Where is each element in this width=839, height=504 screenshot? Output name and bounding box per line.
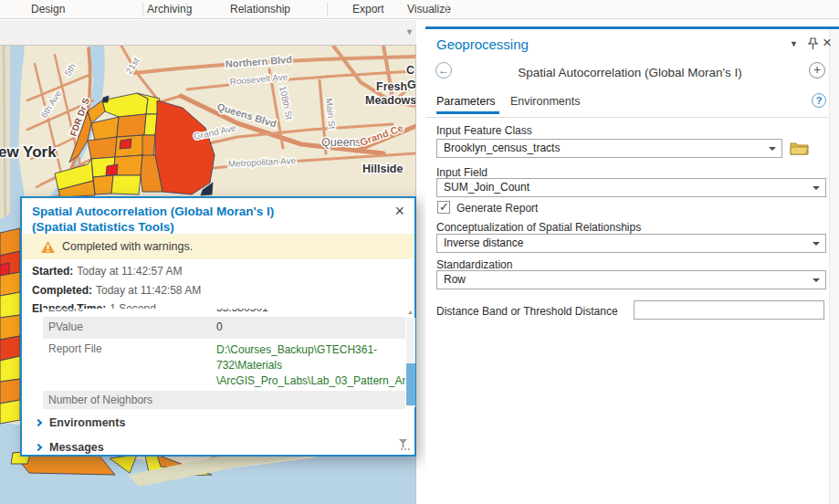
chevron-right-icon[interactable] <box>35 419 42 426</box>
tab-separator <box>186 3 187 16</box>
result-row-neighbors: Number of Neighbors <box>43 391 405 409</box>
input-feature-class-label: Input Feature Class <box>436 124 532 137</box>
dialog-scrollbar[interactable]: ▲ <box>406 309 415 413</box>
scroll-up-icon[interactable]: ▲ <box>407 309 414 315</box>
input-field-combo[interactable]: SUM_Join_Count <box>436 178 826 197</box>
svg-text:ew York: ew York <box>0 143 57 161</box>
result-row-pvalue: PValue 0 <box>43 317 405 339</box>
resize-grip-icon[interactable] <box>397 437 411 451</box>
input-field-label: Input Field <box>436 166 488 179</box>
svg-text:C: C <box>406 64 414 77</box>
panel-scrollbar-lane[interactable] <box>829 29 839 504</box>
chevron-down-icon <box>769 147 776 154</box>
panel-title: Geoprocessing <box>436 37 529 52</box>
distance-band-input[interactable] <box>634 300 824 320</box>
help-icon[interactable]: ? <box>812 93 826 108</box>
ribbon-tab-design[interactable]: Design <box>31 0 65 19</box>
svg-text:Queens: Queens <box>321 136 362 149</box>
svg-text:Fresh: Fresh <box>376 80 407 93</box>
geoprocessing-panel: Geoprocessing ▼ × ← Spatial Autocorrelat… <box>425 26 839 504</box>
warning-icon <box>40 240 56 254</box>
svg-text:Hillside: Hillside <box>362 163 404 175</box>
results-table: ZScore 33.380501 PValue 0 Report File D:… <box>43 309 405 409</box>
section-messages[interactable]: Messages <box>49 441 104 454</box>
generate-report-checkbox[interactable] <box>437 201 450 214</box>
ribbon-collapsed-strip <box>0 20 416 45</box>
map-pane-collapse-arrow-icon[interactable]: ▼ <box>405 27 414 37</box>
result-row-zscore: ZScore 33.380501 <box>43 309 405 317</box>
tool-title: Spatial Autocorrelation (Global Moran's … <box>462 66 798 79</box>
pin-icon[interactable] <box>807 37 819 50</box>
svg-text:Meadows: Meadows <box>365 94 416 107</box>
tab-separator <box>446 3 447 16</box>
panel-close-icon[interactable]: × <box>823 34 832 52</box>
warning-banner: Completed with warnings. <box>22 234 414 259</box>
ribbon-tab-relationship[interactable]: Relationship <box>230 0 290 19</box>
generate-report-label: Generate Report <box>456 202 538 215</box>
ribbon-tab-archiving[interactable]: Archiving <box>147 0 192 19</box>
standardization-label: Standardization <box>436 258 512 271</box>
status-text: Completed with warnings. <box>62 234 193 259</box>
tool-result-dialog: Spatial Autocorrelation (Global Moran's … <box>20 196 416 457</box>
chevron-down-icon <box>813 186 820 194</box>
tab-environments[interactable]: Environments <box>510 95 580 108</box>
chevron-right-icon[interactable] <box>35 444 42 451</box>
panel-menu-caret-icon[interactable]: ▼ <box>790 39 798 48</box>
ribbon-tab-export[interactable]: Export <box>352 0 384 19</box>
tab-separator <box>327 3 328 16</box>
tab-separator <box>142 3 143 16</box>
standardization-combo[interactable]: Row <box>436 270 826 289</box>
scrollbar-thumb[interactable] <box>406 363 415 405</box>
tab-parameters[interactable]: Parameters <box>436 95 496 108</box>
add-to-model-icon[interactable]: + <box>809 62 825 79</box>
section-environments[interactable]: Environments <box>49 416 125 429</box>
input-feature-class-combo[interactable]: Brooklyn_census_tracts <box>436 139 782 158</box>
dialog-title: Spatial Autocorrelation (Global Moran's … <box>32 204 274 235</box>
started-row: Started:Today at 11:42:57 AM <box>32 265 183 278</box>
svg-text:G: G <box>407 79 416 91</box>
chevron-down-icon <box>813 278 820 286</box>
browse-folder-icon[interactable] <box>790 141 809 155</box>
active-tab-underline <box>436 111 499 114</box>
divider <box>425 117 828 118</box>
ribbon-tab-visualize[interactable]: Visualize <box>407 0 451 19</box>
completed-row: Completed:Today at 11:42:58 AM <box>32 284 201 297</box>
conceptualization-combo[interactable]: Inverse distance <box>436 234 826 253</box>
result-row-report-file: Report File D:\Courses_Backup\GTECH361-7… <box>43 339 405 390</box>
distance-band-label: Distance Band or Threshold Distance <box>436 305 618 318</box>
close-icon[interactable]: × <box>394 202 404 221</box>
conceptualization-label: Conceptualization of Spatial Relationshi… <box>436 221 641 234</box>
chevron-down-icon <box>813 242 820 249</box>
ribbon-tab-bar: Design Archiving Relationship Export Vis… <box>0 0 839 19</box>
back-arrow-icon[interactable]: ← <box>435 62 452 79</box>
